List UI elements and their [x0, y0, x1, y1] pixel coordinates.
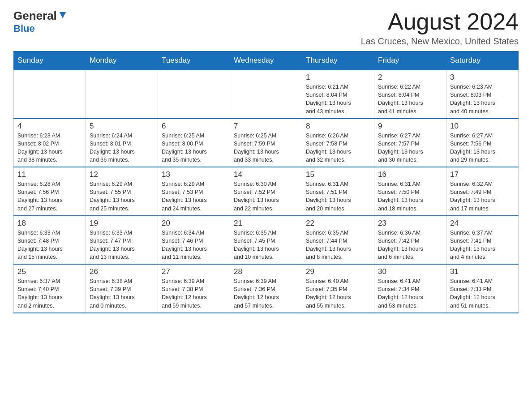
day-number: 26 [90, 267, 154, 276]
day-number: 23 [378, 219, 442, 228]
week-row-4: 18Sunrise: 6:33 AM Sunset: 7:48 PM Dayli… [14, 216, 519, 265]
day-info: Sunrise: 6:39 AM Sunset: 7:38 PM Dayligh… [162, 277, 226, 310]
calendar-cell: 9Sunrise: 6:27 AM Sunset: 7:57 PM Daylig… [374, 119, 446, 167]
day-info: Sunrise: 6:39 AM Sunset: 7:36 PM Dayligh… [234, 277, 298, 310]
calendar-cell: 10Sunrise: 6:27 AM Sunset: 7:56 PM Dayli… [446, 119, 519, 167]
weekday-header-row: SundayMondayTuesdayWednesdayThursdayFrid… [14, 51, 519, 70]
calendar-cell: 4Sunrise: 6:23 AM Sunset: 8:02 PM Daylig… [14, 119, 86, 167]
day-info: Sunrise: 6:27 AM Sunset: 7:57 PM Dayligh… [378, 132, 442, 164]
calendar-cell: 18Sunrise: 6:33 AM Sunset: 7:48 PM Dayli… [14, 216, 86, 265]
week-row-3: 11Sunrise: 6:28 AM Sunset: 7:56 PM Dayli… [14, 167, 519, 216]
calendar-cell: 5Sunrise: 6:24 AM Sunset: 8:01 PM Daylig… [86, 119, 158, 167]
calendar-cell: 26Sunrise: 6:38 AM Sunset: 7:39 PM Dayli… [86, 264, 158, 313]
week-row-1: 1Sunrise: 6:21 AM Sunset: 8:04 PM Daylig… [14, 70, 519, 119]
day-info: Sunrise: 6:41 AM Sunset: 7:34 PM Dayligh… [378, 277, 442, 310]
calendar-cell: 16Sunrise: 6:31 AM Sunset: 7:50 PM Dayli… [374, 167, 446, 216]
calendar-cell: 8Sunrise: 6:26 AM Sunset: 7:58 PM Daylig… [302, 119, 374, 167]
calendar-cell: 31Sunrise: 6:41 AM Sunset: 7:33 PM Dayli… [446, 264, 519, 313]
day-info: Sunrise: 6:37 AM Sunset: 7:41 PM Dayligh… [450, 229, 515, 261]
day-number: 9 [378, 122, 442, 131]
calendar-cell [86, 70, 158, 119]
location-title: Las Cruces, New Mexico, United States [361, 36, 519, 47]
calendar-cell: 7Sunrise: 6:25 AM Sunset: 7:59 PM Daylig… [230, 119, 302, 167]
weekday-header-sunday: Sunday [14, 51, 86, 70]
calendar-cell: 27Sunrise: 6:39 AM Sunset: 7:38 PM Dayli… [158, 264, 230, 313]
day-info: Sunrise: 6:34 AM Sunset: 7:46 PM Dayligh… [162, 229, 226, 261]
calendar-cell: 25Sunrise: 6:37 AM Sunset: 7:40 PM Dayli… [14, 264, 86, 313]
title-area: August 2024 Las Cruces, New Mexico, Unit… [361, 9, 519, 47]
weekday-header-friday: Friday [374, 51, 446, 70]
calendar-cell: 19Sunrise: 6:33 AM Sunset: 7:47 PM Dayli… [86, 216, 158, 265]
calendar-cell: 1Sunrise: 6:21 AM Sunset: 8:04 PM Daylig… [302, 70, 374, 119]
calendar-cell: 3Sunrise: 6:23 AM Sunset: 8:03 PM Daylig… [446, 70, 519, 119]
calendar-cell: 15Sunrise: 6:31 AM Sunset: 7:51 PM Dayli… [302, 167, 374, 216]
day-info: Sunrise: 6:37 AM Sunset: 7:40 PM Dayligh… [17, 277, 82, 310]
day-info: Sunrise: 6:27 AM Sunset: 7:56 PM Dayligh… [450, 132, 515, 164]
weekday-header-thursday: Thursday [302, 51, 374, 70]
day-number: 27 [162, 267, 226, 276]
calendar-cell: 14Sunrise: 6:30 AM Sunset: 7:52 PM Dayli… [230, 167, 302, 216]
calendar-cell: 29Sunrise: 6:40 AM Sunset: 7:35 PM Dayli… [302, 264, 374, 313]
day-number: 15 [306, 170, 370, 179]
day-info: Sunrise: 6:41 AM Sunset: 7:33 PM Dayligh… [450, 277, 515, 310]
day-info: Sunrise: 6:35 AM Sunset: 7:45 PM Dayligh… [234, 229, 298, 261]
day-number: 6 [162, 122, 226, 131]
day-number: 7 [234, 122, 298, 131]
day-info: Sunrise: 6:23 AM Sunset: 8:03 PM Dayligh… [450, 83, 515, 116]
weekday-header-monday: Monday [86, 51, 158, 70]
weekday-header-saturday: Saturday [446, 51, 519, 70]
day-number: 28 [234, 267, 298, 276]
calendar-cell: 22Sunrise: 6:35 AM Sunset: 7:44 PM Dayli… [302, 216, 374, 265]
calendar-cell: 17Sunrise: 6:32 AM Sunset: 7:49 PM Dayli… [446, 167, 519, 216]
page-header: General Blue August 2024 Las Cruces, New… [13, 9, 519, 47]
day-info: Sunrise: 6:31 AM Sunset: 7:51 PM Dayligh… [306, 180, 370, 213]
day-number: 11 [17, 170, 82, 179]
day-number: 13 [162, 170, 226, 179]
calendar-table: SundayMondayTuesdayWednesdayThursdayFrid… [13, 51, 519, 313]
day-info: Sunrise: 6:26 AM Sunset: 7:58 PM Dayligh… [306, 132, 370, 164]
calendar-cell: 28Sunrise: 6:39 AM Sunset: 7:36 PM Dayli… [230, 264, 302, 313]
calendar-cell: 23Sunrise: 6:36 AM Sunset: 7:42 PM Dayli… [374, 216, 446, 265]
calendar-cell: 2Sunrise: 6:22 AM Sunset: 8:04 PM Daylig… [374, 70, 446, 119]
day-info: Sunrise: 6:29 AM Sunset: 7:53 PM Dayligh… [162, 180, 226, 213]
day-number: 17 [450, 170, 515, 179]
day-number: 25 [17, 267, 82, 276]
calendar-cell: 6Sunrise: 6:25 AM Sunset: 8:00 PM Daylig… [158, 119, 230, 167]
logo-arrow-icon [58, 10, 68, 22]
logo-blue: Blue [13, 23, 35, 34]
day-info: Sunrise: 6:22 AM Sunset: 8:04 PM Dayligh… [378, 83, 442, 116]
day-number: 4 [17, 122, 82, 131]
day-info: Sunrise: 6:33 AM Sunset: 7:48 PM Dayligh… [17, 229, 82, 261]
weekday-header-tuesday: Tuesday [158, 51, 230, 70]
calendar-cell: 11Sunrise: 6:28 AM Sunset: 7:56 PM Dayli… [14, 167, 86, 216]
day-info: Sunrise: 6:25 AM Sunset: 7:59 PM Dayligh… [234, 132, 298, 164]
day-number: 8 [306, 122, 370, 131]
day-number: 5 [90, 122, 154, 131]
day-info: Sunrise: 6:21 AM Sunset: 8:04 PM Dayligh… [306, 83, 370, 116]
day-number: 10 [450, 122, 515, 131]
day-number: 14 [234, 170, 298, 179]
day-number: 2 [378, 73, 442, 82]
day-number: 22 [306, 219, 370, 228]
day-info: Sunrise: 6:24 AM Sunset: 8:01 PM Dayligh… [90, 132, 154, 164]
day-number: 20 [162, 219, 226, 228]
calendar-cell: 21Sunrise: 6:35 AM Sunset: 7:45 PM Dayli… [230, 216, 302, 265]
day-info: Sunrise: 6:33 AM Sunset: 7:47 PM Dayligh… [90, 229, 154, 261]
day-info: Sunrise: 6:30 AM Sunset: 7:52 PM Dayligh… [234, 180, 298, 213]
day-info: Sunrise: 6:35 AM Sunset: 7:44 PM Dayligh… [306, 229, 370, 261]
calendar-cell: 12Sunrise: 6:29 AM Sunset: 7:55 PM Dayli… [86, 167, 158, 216]
day-number: 29 [306, 267, 370, 276]
month-title: August 2024 [361, 9, 519, 34]
calendar-cell: 13Sunrise: 6:29 AM Sunset: 7:53 PM Dayli… [158, 167, 230, 216]
svg-marker-0 [60, 12, 66, 18]
day-info: Sunrise: 6:31 AM Sunset: 7:50 PM Dayligh… [378, 180, 442, 213]
day-number: 30 [378, 267, 442, 276]
day-info: Sunrise: 6:40 AM Sunset: 7:35 PM Dayligh… [306, 277, 370, 310]
calendar-cell [14, 70, 86, 119]
week-row-2: 4Sunrise: 6:23 AM Sunset: 8:02 PM Daylig… [14, 119, 519, 167]
day-info: Sunrise: 6:29 AM Sunset: 7:55 PM Dayligh… [90, 180, 154, 213]
day-info: Sunrise: 6:28 AM Sunset: 7:56 PM Dayligh… [17, 180, 82, 213]
calendar-cell: 24Sunrise: 6:37 AM Sunset: 7:41 PM Dayli… [446, 216, 519, 265]
day-number: 12 [90, 170, 154, 179]
day-number: 16 [378, 170, 442, 179]
